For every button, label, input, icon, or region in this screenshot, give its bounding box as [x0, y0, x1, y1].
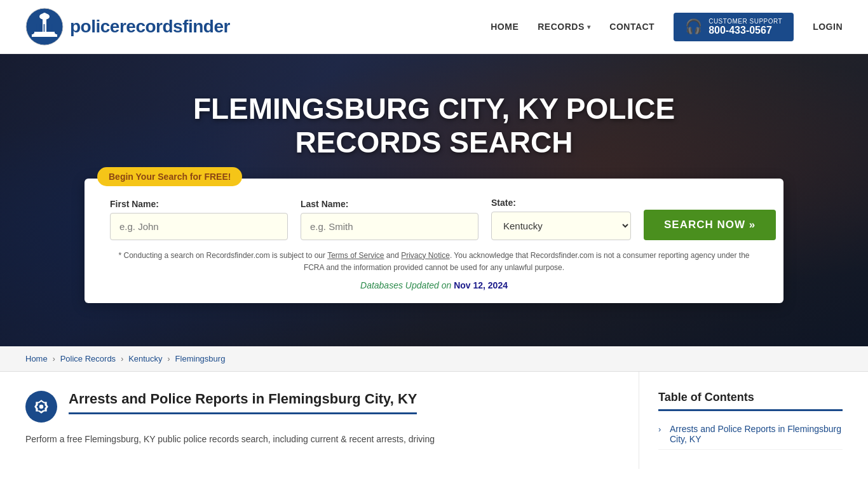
- article-title: Arrests and Police Reports in Flemingsbu…: [69, 391, 417, 414]
- last-name-label: Last Name:: [301, 199, 478, 209]
- nav-home[interactable]: HOME: [491, 22, 519, 32]
- terms-link[interactable]: Terms of Service: [327, 251, 384, 260]
- first-name-input[interactable]: [110, 213, 288, 240]
- toc-title: Table of Contents: [658, 391, 843, 411]
- svg-rect-11: [51, 24, 53, 32]
- hero-section: FLEMINGSBURG CITY, KY POLICE RECORDS SEA…: [0, 54, 868, 346]
- nav-records[interactable]: RECORDS ▾: [538, 22, 590, 32]
- db-updated: Databases Updated on Nov 12, 2024: [110, 280, 758, 290]
- breadcrumb-police-records[interactable]: Police Records: [60, 354, 116, 363]
- search-fields: First Name: Last Name: State: Kentucky A…: [110, 198, 758, 240]
- badge-svg: [33, 398, 50, 415]
- main-nav: HOME RECORDS ▾ CONTACT 🎧 CUSTOMER SUPPOR…: [491, 13, 843, 41]
- chevron-down-icon: ▾: [587, 24, 591, 30]
- main-content: Arrests and Police Reports in Flemingsbu…: [0, 372, 868, 469]
- svg-rect-7: [36, 24, 37, 32]
- article-body: Perform a free Flemingsburg, KY public p…: [25, 432, 620, 447]
- svg-rect-9: [43, 24, 45, 32]
- breadcrumb-city: Flemingsburg: [175, 354, 226, 363]
- first-name-group: First Name:: [110, 199, 288, 240]
- last-name-input[interactable]: [301, 213, 478, 240]
- svg-point-4: [43, 13, 46, 18]
- privacy-link[interactable]: Privacy Notice: [401, 251, 450, 260]
- svg-rect-10: [47, 24, 49, 32]
- toc-item[interactable]: › Arrests and Police Reports in Flemings…: [658, 419, 843, 450]
- toc-item-label: Arrests and Police Reports in Flemingsbu…: [670, 424, 843, 444]
- breadcrumb-state[interactable]: Kentucky: [128, 354, 162, 363]
- site-header: policerecordsfinder HOME RECORDS ▾ CONTA…: [0, 0, 868, 54]
- breadcrumb-bar: Home › Police Records › Kentucky › Flemi…: [0, 346, 868, 372]
- breadcrumb: Home › Police Records › Kentucky › Flemi…: [25, 354, 843, 363]
- first-name-label: First Name:: [110, 199, 288, 209]
- logo-text: policerecordsfinder: [70, 17, 230, 37]
- logo-icon: [25, 8, 64, 46]
- breadcrumb-home[interactable]: Home: [25, 354, 48, 363]
- content-right: Table of Contents › Arrests and Police R…: [639, 372, 843, 469]
- last-name-group: Last Name:: [301, 199, 478, 240]
- breadcrumb-sep-1: ›: [53, 355, 55, 363]
- police-badge-icon: [25, 391, 57, 423]
- headphone-icon: 🎧: [685, 18, 702, 35]
- hero-content: FLEMINGSBURG CITY, KY POLICE RECORDS SEA…: [0, 73, 868, 316]
- article-title-wrapper: Arrests and Police Reports in Flemingsbu…: [69, 391, 417, 414]
- state-label: State:: [491, 198, 631, 208]
- state-group: State: Kentucky Alabama Alaska Arizona A…: [491, 198, 631, 240]
- nav-login[interactable]: LOGIN: [813, 22, 843, 32]
- support-info: CUSTOMER SUPPORT 800-433-0567: [709, 18, 782, 36]
- nav-contact[interactable]: CONTACT: [609, 22, 654, 32]
- article-header: Arrests and Police Reports in Flemingsbu…: [25, 391, 620, 423]
- svg-rect-8: [39, 24, 41, 32]
- breadcrumb-sep-2: ›: [121, 355, 123, 363]
- svg-rect-6: [32, 34, 57, 37]
- begin-badge: Begin Your Search for FREE!: [97, 167, 242, 186]
- breadcrumb-sep-3: ›: [168, 355, 170, 363]
- disclaimer-text: * Conducting a search on Recordsfinder.c…: [110, 250, 758, 274]
- state-select[interactable]: Kentucky Alabama Alaska Arizona Arkansas…: [491, 212, 631, 240]
- page-title: FLEMINGSBURG CITY, KY POLICE RECORDS SEA…: [148, 92, 720, 159]
- logo[interactable]: policerecordsfinder: [25, 8, 230, 46]
- search-container: Begin Your Search for FREE! First Name: …: [85, 179, 783, 303]
- search-button[interactable]: SEARCH NOW »: [644, 210, 776, 240]
- svg-rect-5: [34, 32, 55, 34]
- toc-chevron-icon: ›: [658, 424, 665, 434]
- customer-support-box[interactable]: 🎧 CUSTOMER SUPPORT 800-433-0567: [674, 13, 794, 41]
- content-left: Arrests and Police Reports in Flemingsbu…: [25, 372, 639, 469]
